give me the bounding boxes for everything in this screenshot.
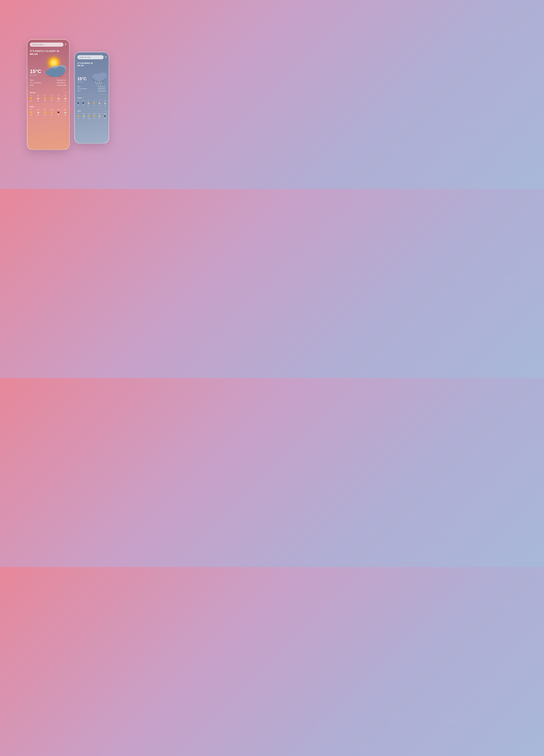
- partly-cloudy-icon: ⛅: [64, 111, 66, 114]
- partly-cloudy-icon: ⛅: [37, 111, 39, 114]
- partly-cloudy-icon: ⛅: [98, 115, 101, 117]
- sun-icon: ☀️: [43, 111, 46, 114]
- svg-line-12: [99, 81, 100, 83]
- list-item: 14 ☀️ 17°: [50, 95, 53, 102]
- daily-header-2: Daily ∨: [77, 110, 106, 112]
- weather-illustration-2: 15°C 17° | 12°: [77, 69, 106, 84]
- hourly-row-2: 11 🌧 15° 12 🌧 15° 13 ⛅ 16° 14 ☀️ 1: [77, 100, 106, 106]
- rain-icon: 🌧: [104, 115, 106, 117]
- list-item: 15 ⛅ 15°: [98, 100, 101, 106]
- daily-chevron-1[interactable]: ∨: [65, 106, 67, 107]
- daily-header-1: Daily ∨: [30, 106, 67, 108]
- detail-left-1: MilanThu, 29 October09:33: [30, 79, 41, 87]
- search-input-1[interactable]: [30, 43, 63, 47]
- list-item: 13 ⛅ 16°: [87, 100, 90, 106]
- list-item: 15 ⛅ 15°: [57, 95, 60, 102]
- list-item: 16 ⛅ 14°: [64, 95, 67, 102]
- svg-line-15: [98, 84, 99, 86]
- list-item: Mon ☀️ 17°: [93, 113, 96, 119]
- daily-chevron-2[interactable]: ∨: [105, 110, 106, 112]
- list-item: 12 ⛅ 15°: [37, 95, 39, 102]
- sun-icon: ☀️: [93, 102, 95, 104]
- search-icon-2[interactable]: ⚲: [105, 56, 107, 59]
- search-bar-1: ⚲: [30, 43, 67, 47]
- hourly-chevron-2[interactable]: ∨: [105, 97, 106, 99]
- svg-point-9: [92, 74, 99, 79]
- svg-line-14: [96, 83, 97, 85]
- partly-cloudy-icon: ⛅: [83, 115, 85, 117]
- sun-icon: ☀️: [88, 115, 90, 117]
- partly-cloudy-icon: ⛅: [64, 97, 67, 99]
- detail-left-2: MilanThu, 29 October09:33: [77, 86, 87, 92]
- daily-label-2: Daily: [77, 110, 81, 112]
- svg-line-10: [95, 81, 96, 83]
- svg-point-4: [55, 67, 65, 75]
- search-input-2[interactable]: [77, 55, 104, 59]
- svg-line-13: [101, 81, 102, 84]
- hourly-row-1: 11 ☀️ 15° 12 ⛅ 15° 13 ☀️ 16° 14 ☀️ 1: [30, 95, 67, 102]
- list-item: Wed ⛅ 14°: [64, 109, 67, 116]
- list-item: Sun ☀️ 16°: [88, 113, 90, 119]
- list-item: Tue 🌧 15°: [57, 109, 59, 116]
- detail-right-2: Real feel 13°Wind 3km/hHumidity 90%: [98, 86, 106, 92]
- list-item: Sun ☀️ 16°: [43, 109, 46, 116]
- sun-icon: ☀️: [77, 115, 80, 117]
- rain-icon: 🌧: [82, 102, 84, 104]
- list-item: 13 ☀️ 16°: [43, 95, 46, 102]
- list-item: 14 ☀️ 17°: [93, 100, 95, 106]
- partly-cloudy-icon: ⛅: [104, 102, 106, 104]
- partly-cloudy-icon: ⛅: [87, 102, 90, 104]
- svg-line-11: [97, 81, 98, 84]
- sun-icon: ☀️: [50, 97, 53, 99]
- temperature-2: 15°C: [77, 76, 87, 81]
- phones-container: ⚲ IT'S PARTLY CLOUDY INMILAN 15°C 17° | …: [21, 33, 115, 156]
- details-row-2: MilanThu, 29 October09:33 Real feel 13°W…: [77, 86, 106, 95]
- list-item: Mon ☀️ 17°: [50, 109, 53, 116]
- sun-icon: ☀️: [43, 97, 46, 99]
- partly-cloudy-icon: ⛅: [98, 102, 101, 104]
- details-row-1: MilanThu, 29 October09:33 Real feel 13°W…: [30, 79, 67, 89]
- search-bar-2: ⚲: [77, 55, 106, 59]
- weather-title-1: IT'S PARTLY CLOUDY INMILAN: [30, 50, 67, 56]
- daily-row-2: Fri ☀️ 15° Sat ⛅ 15° Sun ☀️ 16° Mon ☀️: [77, 113, 106, 119]
- list-item: 11 🌧 15°: [77, 100, 79, 106]
- list-item: Wed 🌧 14°: [104, 113, 106, 119]
- daily-label-1: Daily: [30, 106, 34, 108]
- list-item: Tue ⛅ 15°: [98, 113, 101, 119]
- partly-cloudy-icon: ⛅: [37, 97, 39, 99]
- list-item: 12 🌧 15°: [82, 100, 84, 106]
- svg-point-8: [99, 73, 107, 79]
- list-item: 11 ☀️ 15°: [30, 95, 33, 102]
- partly-cloudy-icon: ⛅: [57, 97, 60, 99]
- svg-line-16: [100, 84, 101, 86]
- list-item: Fri ☀️ 15°: [77, 113, 80, 119]
- sun-icon: ☀️: [30, 111, 33, 114]
- search-icon-1[interactable]: ⚲: [65, 43, 67, 46]
- weather-illustration-1: 15°C 17° | 12°: [30, 57, 67, 78]
- sun-icon: ☀️: [30, 97, 33, 99]
- temp-range-1: 17° | 12°: [30, 74, 41, 76]
- sun-icon: ☀️: [50, 111, 53, 114]
- hourly-label-2: Hourly: [77, 97, 82, 99]
- list-item: 16 ⛅ 14°: [104, 100, 106, 106]
- rain-icon: 🌧: [57, 111, 59, 114]
- detail-right-1: Real feel 13°Wind 3km/hHumidity 90%: [57, 79, 67, 87]
- hourly-chevron-1[interactable]: ∨: [65, 92, 67, 93]
- svg-point-6: [46, 70, 53, 75]
- hourly-header-1: Hourly ∨: [30, 92, 67, 93]
- phone-partly-cloudy: ⚲ IT'S PARTLY CLOUDY INMILAN 15°C 17° | …: [27, 39, 70, 150]
- sun-icon: ☀️: [93, 115, 95, 117]
- weather-title-2: IT'S RAINING INMILAN: [77, 62, 106, 67]
- hourly-header-2: Hourly ∨: [77, 97, 106, 99]
- daily-row-1: Fri ☀️ 15° Sat ⛅ 15° Sun ☀️ 16° Mon ☀️: [30, 109, 67, 116]
- list-item: Sat ⛅ 15°: [37, 109, 39, 116]
- hourly-label-1: Hourly: [30, 92, 35, 93]
- cloud-svg-1: [44, 61, 67, 77]
- rain-cloud-svg: [90, 70, 108, 86]
- temperature-1: 15°C: [30, 68, 41, 74]
- temp-range-2: 17° | 12°: [77, 81, 87, 83]
- phone-raining: ⚲ IT'S RAINING INMILAN 15°C 17° | 12°: [74, 52, 109, 144]
- list-item: Fri ☀️ 15°: [30, 109, 33, 116]
- rain-icon: 🌧: [77, 102, 79, 104]
- list-item: Sat ⛅ 15°: [83, 113, 85, 119]
